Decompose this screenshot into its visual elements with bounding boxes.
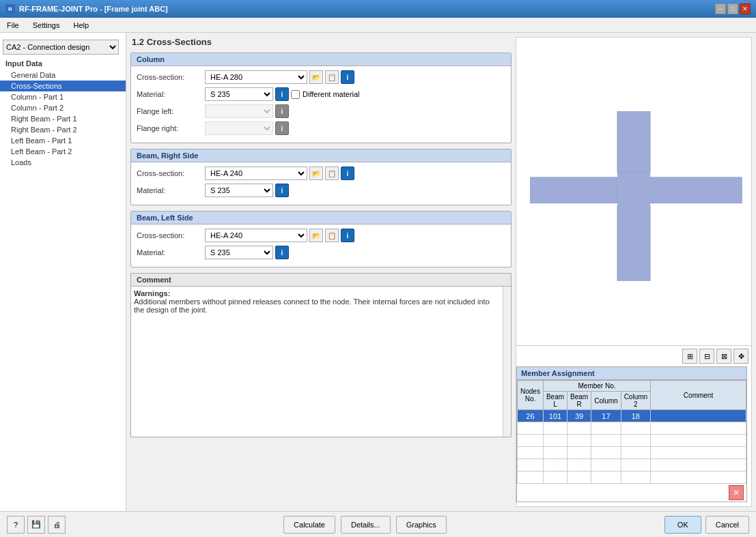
menu-settings[interactable]: Settings <box>29 20 64 31</box>
bottom-bar: ? 💾 🖨 Calculate Details... Graphics OK C… <box>0 511 756 537</box>
sidebar-item-column-part2[interactable]: Column - Part 2 <box>0 102 126 113</box>
beam-right-material-select[interactable]: S 235 <box>205 184 273 197</box>
beam-right-section-header: Beam, Right Side <box>131 149 511 162</box>
sidebar-item-cross-sections[interactable]: Cross-Sections <box>0 81 126 91</box>
ok-button[interactable]: OK <box>664 516 701 534</box>
sidebar-item-loads[interactable]: Loads <box>0 157 126 168</box>
column-material-info-btn[interactable]: i <box>275 87 289 101</box>
save-icon-btn[interactable]: 💾 <box>27 516 45 534</box>
column-material-select[interactable]: S 235 <box>205 87 273 101</box>
delete-row-btn[interactable]: ✕ <box>729 485 744 500</box>
table-row[interactable]: 26 101 39 17 18 <box>518 410 746 422</box>
table-row-empty-4 <box>518 459 746 471</box>
column-info-btn[interactable]: i <box>341 70 354 84</box>
cancel-button[interactable]: Cancel <box>705 516 749 534</box>
col-comment: Comment <box>651 381 746 410</box>
comment-scrollbar[interactable] <box>503 287 511 437</box>
different-material-checkbox[interactable] <box>291 90 300 99</box>
flange-left-select[interactable] <box>205 104 273 118</box>
col-member-no: Member No. <box>543 381 650 392</box>
zoom-all-btn[interactable]: ⊠ <box>716 349 731 364</box>
svg-rect-0 <box>617 112 650 173</box>
beam-left-copy-btn[interactable]: 📋 <box>325 229 339 242</box>
sidebar-item-left-beam-part2[interactable]: Left Beam - Part 2 <box>0 146 126 157</box>
flange-right-info-btn[interactable]: i <box>275 121 289 135</box>
zoom-window-btn[interactable]: ⊟ <box>699 349 714 364</box>
content-area: 1.2 Cross-Sections Column Cross-section:… <box>126 33 756 511</box>
cell-comment <box>651 410 746 422</box>
sidebar-item-column-part1[interactable]: Column - Part 1 <box>0 91 126 102</box>
table-row-empty-2 <box>518 435 746 447</box>
col-nodes-no: NodesNo. <box>518 381 544 410</box>
flange-left-label: Flange left: <box>137 107 205 115</box>
svg-rect-1 <box>617 205 650 280</box>
pan-btn[interactable]: ✥ <box>733 349 748 364</box>
flange-right-select[interactable] <box>205 121 273 135</box>
column-section: Column Cross-section: HE-A 280 📂 📋 i <box>130 53 512 143</box>
details-button[interactable]: Details... <box>341 516 391 534</box>
menu-help[interactable]: Help <box>69 20 93 31</box>
sidebar-item-right-beam-part2[interactable]: Right Beam - Part 2 <box>0 124 126 135</box>
different-material-checkbox-label[interactable]: Different material <box>291 90 360 99</box>
svg-rect-2 <box>531 177 617 203</box>
beam-left-material-info-btn[interactable]: i <box>275 246 289 259</box>
col-beam-l: Beam L <box>543 392 567 410</box>
beam-left-folder-btn[interactable]: 📂 <box>309 229 323 242</box>
beam-right-folder-btn[interactable]: 📂 <box>309 166 323 180</box>
beam-left-cross-section-select[interactable]: HE-A 240 <box>205 229 307 242</box>
svg-rect-3 <box>650 177 742 203</box>
zoom-btn[interactable]: ⊞ <box>682 349 697 364</box>
column-folder-btn[interactable]: 📂 <box>309 70 323 84</box>
beam-left-material-select[interactable]: S 235 <box>205 246 273 259</box>
col-column: Column <box>591 392 621 410</box>
bottom-center-controls: Calculate Details... Graphics <box>71 516 659 534</box>
comment-header: Comment <box>131 274 511 287</box>
column-cross-section-select[interactable]: HE-A 280 <box>205 70 307 84</box>
beam-right-info-btn[interactable]: i <box>341 166 354 180</box>
cell-nodes-no: 26 <box>518 410 544 422</box>
beam-right-material-info-btn[interactable]: i <box>275 184 289 197</box>
cell-column: 17 <box>591 410 621 422</box>
warnings-text: Additional members without pinned releas… <box>134 297 490 314</box>
column-section-header: Column <box>131 53 511 66</box>
bottom-right-controls: OK Cancel <box>664 516 749 534</box>
graphics-toolbar: ⊞ ⊟ ⊠ ✥ <box>516 345 751 366</box>
material-label-col: Material: <box>137 90 205 98</box>
delete-row: ✕ <box>517 484 746 502</box>
form-panel: 1.2 Cross-Sections Column Cross-section:… <box>126 33 516 511</box>
maximize-button[interactable]: □ <box>727 3 738 14</box>
beam-left-section: Beam, Left Side Cross-section: HE-A 240 … <box>130 211 512 267</box>
menu-bar: File Settings Help <box>0 18 756 33</box>
title-bar-title: RF-FRAME-JOINT Pro - [Frame joint ABC] <box>19 5 168 13</box>
beam-left-section-header: Beam, Left Side <box>131 212 511 224</box>
title-bar: R RF-FRAME-JOINT Pro - [Frame joint ABC]… <box>0 0 756 18</box>
minimize-button[interactable]: ─ <box>715 3 726 14</box>
graphics-button[interactable]: Graphics <box>396 516 447 534</box>
print-icon-btn[interactable]: 🖨 <box>48 516 66 534</box>
menu-file[interactable]: File <box>3 20 23 31</box>
sidebar-item-general-data[interactable]: General Data <box>0 70 126 81</box>
case-dropdown[interactable]: CA2 - Connection design <box>3 40 119 55</box>
flange-right-label: Flange right: <box>137 124 205 132</box>
material-label-bl: Material: <box>137 248 205 257</box>
graphics-panel: ⊞ ⊟ ⊠ ✥ Member Assignment NodesNo. Membe <box>516 37 752 507</box>
sidebar-item-right-beam-part1[interactable]: Right Beam - Part 1 <box>0 113 126 124</box>
bottom-left-controls: ? 💾 🖨 <box>7 516 66 534</box>
beam-left-info-btn[interactable]: i <box>341 229 354 242</box>
cross-section-label-col: Cross-section: <box>137 73 205 81</box>
beam-right-cross-section-select[interactable]: HE-A 240 <box>205 166 307 180</box>
cell-beam-l: 101 <box>543 410 567 422</box>
main-container: CA2 - Connection design Input Data Gener… <box>0 33 756 511</box>
flange-left-info-btn[interactable]: i <box>275 104 289 118</box>
comment-section: Comment Warnings: Additional members wit… <box>130 273 512 437</box>
column-copy-btn[interactable]: 📋 <box>325 70 339 84</box>
sidebar-item-left-beam-part1[interactable]: Left Beam - Part 1 <box>0 135 126 146</box>
calculate-button[interactable]: Calculate <box>283 516 335 534</box>
cell-column2: 18 <box>621 410 650 422</box>
table-row-empty-1 <box>518 422 746 435</box>
sidebar: CA2 - Connection design Input Data Gener… <box>0 33 126 511</box>
close-button[interactable]: ✕ <box>740 3 751 14</box>
help-icon-btn[interactable]: ? <box>7 516 25 534</box>
member-assignment: Member Assignment NodesNo. Member No. Co… <box>516 366 747 502</box>
beam-right-copy-btn[interactable]: 📋 <box>325 166 339 180</box>
